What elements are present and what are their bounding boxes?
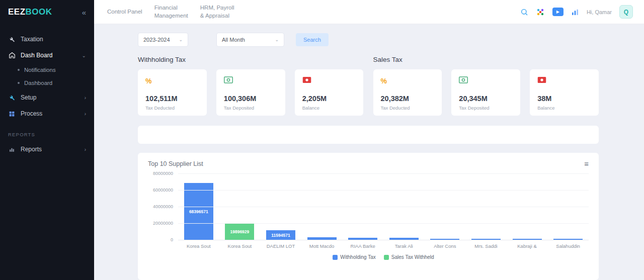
section-title: Sales Tax (373, 56, 599, 63)
withholding-tax-section: Withholding Tax % 102,511M Tax Deducted … (138, 56, 364, 116)
sidebar-item-label: Process (21, 110, 79, 117)
main-column: Control Panel Financial Management HRM, … (94, 0, 644, 280)
sidebar-subitem-label: Notifications (24, 67, 56, 73)
sidebar-item-label: Reports (21, 146, 79, 153)
chevron-right-icon: › (85, 111, 86, 117)
legend-label: Sales Tax Withheld (391, 254, 434, 260)
card-withholding-deposited: 100,306M Tax Deposited (216, 69, 285, 116)
nav-hrm-payroll[interactable]: HRM, Payroll & Appraisal (200, 4, 234, 20)
x-axis-label: Kabraji & (507, 243, 548, 249)
month-select[interactable]: All Month ⌄ (216, 33, 284, 47)
gridline (178, 207, 589, 207)
chart-bar[interactable]: 19896929 (225, 223, 254, 240)
x-axis-label: Tarak Ali (383, 243, 425, 249)
chevron-down-icon: ⌄ (179, 37, 183, 42)
chevron-right-icon: › (85, 95, 86, 101)
chart-xlabels: Korea SoutKorea SoutDAELIM LOTMott Macdo… (178, 243, 589, 249)
x-axis-label: Alter Cons (425, 243, 466, 249)
top-header: Control Panel Financial Management HRM, … (94, 0, 644, 24)
sidebar-item-process[interactable]: Process › (0, 106, 94, 122)
bar-value-label: 68396571 (184, 209, 213, 214)
setup-icon (8, 95, 16, 101)
collapsed-panel[interactable] (138, 126, 599, 144)
user-greeting: Hi, Qamar (587, 9, 612, 15)
chart-bar[interactable]: 68396571 (184, 183, 213, 240)
chart-plot: 683965711989692911594571 800000006000000… (178, 173, 589, 240)
withholding-cards: % 102,511M Tax Deducted 100,306M Tax Dep… (138, 69, 364, 116)
bar-chart-icon (8, 146, 16, 153)
search-button[interactable]: Search (296, 33, 329, 46)
sidebar-collapse-icon[interactable]: « (82, 8, 86, 17)
percent-icon: % (381, 77, 387, 85)
search-icon[interactable] (520, 8, 528, 16)
sidebar-item-notifications[interactable]: Notifications (0, 63, 94, 76)
chevron-down-icon: ⌄ (82, 53, 86, 58)
card-sales-deducted: % 20,382M Tax Deducted (373, 69, 442, 116)
nav-label: & Appraisal (200, 12, 234, 20)
legend-item-withholding[interactable]: Withholding Tax (333, 254, 375, 260)
gridline (178, 240, 589, 240)
apps-icon[interactable] (536, 8, 545, 17)
main-content: 2023-2024 ⌄ All Month ⌄ Search Withholdi… (94, 24, 644, 280)
card-withholding-balance: 2,205M Balance (295, 69, 364, 116)
sales-tax-section: Sales Tax % 20,382M Tax Deducted 20,345M (373, 56, 599, 116)
chart-title: Top 10 Supplier List (148, 160, 203, 167)
sidebar-logo-row: EEZBOOK « (0, 0, 94, 24)
header-right: ▶ Hi, Qamar Q (520, 5, 633, 19)
process-icon (8, 111, 16, 117)
card-withholding-deducted: % 102,511M Tax Deducted (138, 69, 207, 116)
chart-panel-header: Top 10 Supplier List ≡ (148, 160, 589, 167)
sidebar-item-setup[interactable]: Setup › (0, 89, 94, 106)
logo-part-1: EEZ (8, 7, 26, 17)
nav-label: Financial (154, 4, 188, 12)
play-button-icon[interactable]: ▶ (552, 8, 564, 16)
sidebar-section-reports: REPORTS (0, 122, 94, 141)
sidebar-subitem-label: Dashboard (24, 80, 52, 86)
y-axis-tick: 0 (148, 237, 173, 242)
y-axis-tick: 80000000 (148, 171, 173, 176)
chevron-right-icon: › (85, 147, 86, 152)
home-icon (8, 52, 16, 59)
avatar[interactable]: Q (619, 5, 633, 19)
card-sales-deposited: 20,345M Tax Deposited (451, 69, 520, 116)
legend-label: Withholding Tax (340, 254, 375, 260)
card-label: Tax Deposited (224, 105, 278, 111)
year-select-value: 2023-2024 (143, 37, 170, 43)
sidebar-item-dashboard[interactable]: Dashboard (0, 76, 94, 89)
chart-legend: Withholding Tax Sales Tax Withheld (178, 254, 589, 260)
card-label: Tax Deducted (145, 105, 199, 111)
stats-icon[interactable] (571, 8, 579, 16)
app-root: EEZBOOK « Taxation Dash Board ⌄ Notifica… (0, 0, 644, 280)
section-title: Withholding Tax (138, 56, 364, 63)
card-value: 100,306M (224, 95, 278, 103)
y-axis-tick: 20000000 (148, 221, 173, 226)
card-value: 2,205M (302, 95, 356, 103)
sidebar-item-dashboard-group[interactable]: Dash Board ⌄ (0, 47, 94, 63)
supplier-chart-panel: Top 10 Supplier List ≡ 68396571198969291… (138, 153, 599, 280)
gridline (178, 173, 589, 174)
chevron-down-icon: ⌄ (275, 37, 279, 42)
bar-value-label: 11594571 (266, 233, 295, 238)
nav-control-panel[interactable]: Control Panel (107, 8, 142, 16)
sidebar-item-reports[interactable]: Reports › (0, 141, 94, 157)
card-label: Tax Deducted (381, 105, 435, 111)
x-axis-label: RIAA Barke (342, 243, 383, 249)
legend-item-sales[interactable]: Sales Tax Withheld (384, 254, 434, 260)
legend-swatch (384, 255, 389, 260)
chart-menu-icon[interactable]: ≡ (584, 160, 589, 167)
chart-bar[interactable]: 11594571 (266, 230, 295, 240)
chart: 683965711989692911594571 800000006000000… (148, 173, 589, 260)
x-axis-label: Salahuddin (547, 243, 589, 249)
bar-value-label: 19896929 (225, 229, 254, 234)
sidebar-item-taxation[interactable]: Taxation (0, 31, 94, 47)
card-value: 20,382M (381, 95, 435, 103)
x-axis-label: DAELIM LOT (260, 243, 301, 249)
bullet-icon (18, 82, 20, 84)
balance-icon (302, 76, 311, 85)
year-select[interactable]: 2023-2024 ⌄ (138, 33, 188, 47)
month-select-value: All Month (222, 37, 245, 43)
nav-label: HRM, Payroll (200, 4, 234, 12)
filter-bar: 2023-2024 ⌄ All Month ⌄ Search (138, 33, 599, 47)
nav-financial-management[interactable]: Financial Management (154, 4, 188, 20)
card-value: 20,345M (459, 95, 513, 103)
